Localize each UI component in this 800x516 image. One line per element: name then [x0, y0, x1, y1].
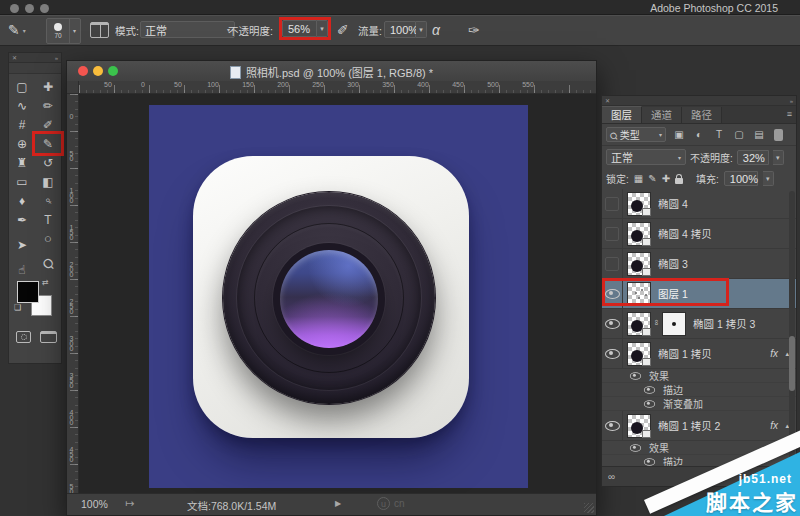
airbrush-opacity-button[interactable]: ✐: [337, 15, 349, 45]
filter-toggle-switch[interactable]: [774, 129, 783, 141]
ellipse-tool[interactable]: ○: [35, 229, 61, 248]
close-icon[interactable]: ✕: [12, 54, 17, 61]
pen-tool[interactable]: ✒: [9, 210, 35, 229]
tab-channels[interactable]: 通道: [642, 107, 682, 123]
zoom-level-field[interactable]: 100%: [81, 498, 108, 510]
layer-thumbnail[interactable]: [627, 252, 651, 276]
chevron-down-icon[interactable]: ▾: [317, 20, 328, 37]
layer-name[interactable]: 椭圆 1 拷贝 3: [693, 316, 755, 331]
layer-row[interactable]: 椭圆 3: [602, 249, 796, 279]
layer-row[interactable]: 椭圆 4 拷贝: [602, 219, 796, 249]
layer-name[interactable]: 图层 1: [658, 286, 688, 301]
layer-visibility-toggle[interactable]: [602, 219, 623, 248]
layer-effect-item[interactable]: 描边: [602, 383, 796, 397]
hand-tool[interactable]: ☝: [9, 260, 35, 279]
spot-healing-brush-tool[interactable]: ⊕: [9, 134, 35, 153]
export-icon[interactable]: ↦: [125, 497, 134, 510]
toggle-brush-panel-button[interactable]: [90, 22, 109, 38]
document-titlebar[interactable]: 照相机.psd @ 100% (图层 1, RGB/8) *: [67, 61, 596, 82]
app-minimize-button[interactable]: [25, 4, 34, 13]
gradient-tool[interactable]: ◧: [35, 172, 61, 191]
filter-shape-layers-icon[interactable]: ▢: [732, 129, 746, 140]
brush-preset-picker[interactable]: 70 ▾: [46, 18, 81, 44]
move-tool[interactable]: ✚: [35, 77, 61, 96]
layer-visibility-toggle[interactable]: [602, 411, 623, 440]
artboard-blue-background[interactable]: [149, 105, 528, 488]
airbrush-flow-button[interactable]: α: [432, 15, 440, 45]
layer-name[interactable]: 椭圆 1 拷贝 2: [658, 418, 720, 433]
chevron-down-icon[interactable]: ▾: [69, 19, 79, 43]
current-tool-button[interactable]: ✎ ▾: [8, 15, 26, 45]
app-maximize-button[interactable]: [40, 4, 49, 13]
layer-thumbnail[interactable]: [627, 414, 651, 438]
collapse-icon[interactable]: »: [55, 55, 58, 61]
layer-visibility-toggle[interactable]: [602, 339, 623, 368]
layer-visibility-toggle[interactable]: [602, 279, 623, 308]
layers-scrollbar[interactable]: [789, 191, 795, 466]
brush-pressure-button[interactable]: ✑: [468, 15, 480, 45]
link-layers-icon[interactable]: ∞: [608, 471, 615, 482]
lock-paint-icon[interactable]: ✎: [648, 173, 656, 184]
lock-move-icon[interactable]: ✚: [662, 173, 670, 184]
history-brush-tool[interactable]: ↺: [35, 153, 61, 172]
collapse-icon[interactable]: »: [790, 98, 793, 104]
zoom-tool[interactable]: Ϙ: [35, 254, 61, 273]
eye-icon[interactable]: [630, 372, 641, 380]
lock-transparency-icon[interactable]: ▦: [634, 173, 643, 184]
app-close-button[interactable]: [10, 4, 19, 13]
layer-effects-header[interactable]: 效果: [602, 441, 796, 455]
type-tool[interactable]: T: [35, 210, 61, 229]
layer-visibility-toggle[interactable]: [602, 249, 623, 278]
layer-name[interactable]: 椭圆 3: [658, 256, 688, 271]
layer-thumbnail[interactable]: [627, 192, 651, 216]
scrollbar-thumb[interactable]: [789, 336, 795, 391]
layer-thumbnail[interactable]: [627, 282, 651, 306]
layer-row[interactable]: 图层 1: [602, 279, 796, 309]
lasso-tool[interactable]: ∿: [9, 96, 35, 115]
layer-visibility-toggle[interactable]: [602, 189, 623, 218]
filter-smart-object-icon[interactable]: ▤: [752, 129, 766, 140]
layer-row[interactable]: 椭圆 4: [602, 189, 796, 219]
chevron-down-icon[interactable]: ▾: [773, 150, 784, 165]
status-menu-arrow-icon[interactable]: ▶: [335, 499, 341, 508]
swap-colors-icon[interactable]: ⇄: [42, 278, 49, 287]
layer-visibility-toggle[interactable]: [602, 309, 623, 338]
canvas-area[interactable]: [79, 94, 596, 494]
blend-mode-dropdown[interactable]: 正常 ▾: [140, 21, 235, 38]
layer-name[interactable]: 椭圆 4 拷贝: [658, 226, 712, 241]
eye-icon[interactable]: [644, 386, 655, 394]
dodge-tool[interactable]: ♀: [35, 191, 61, 210]
layer-row[interactable]: ∞椭圆 1 拷贝 3: [602, 309, 796, 339]
path-selection-tool[interactable]: ➤: [9, 235, 35, 254]
eye-icon[interactable]: [644, 458, 655, 466]
layer-thumbnail[interactable]: [627, 222, 651, 246]
layer-row[interactable]: 椭圆 1 拷贝fx▴: [602, 339, 796, 369]
quick-mask-button[interactable]: [16, 331, 31, 343]
layer-effect-item[interactable]: 渐变叠加: [602, 397, 796, 411]
fx-badge[interactable]: fx: [770, 420, 778, 431]
rectangular-marquee-tool[interactable]: ▢: [9, 77, 35, 96]
eye-icon[interactable]: [630, 444, 641, 452]
filter-adjustment-layers-icon[interactable]: ◐: [692, 129, 706, 140]
eye-icon[interactable]: [644, 400, 655, 408]
filter-type-layers-icon[interactable]: T: [712, 129, 726, 140]
eyedropper-tool[interactable]: ✐: [35, 115, 61, 134]
blur-tool[interactable]: ♦: [9, 191, 35, 210]
chevron-down-icon[interactable]: ▾: [416, 21, 427, 38]
quick-selection-tool[interactable]: ✏: [35, 96, 61, 115]
layer-blend-mode-dropdown[interactable]: 正常 ▾: [606, 149, 686, 165]
filter-pixel-layers-icon[interactable]: ▣: [672, 129, 686, 140]
flow-field[interactable]: 100%: [384, 21, 416, 38]
layer-thumbnail[interactable]: [627, 312, 651, 336]
eraser-tool[interactable]: ▭: [9, 172, 35, 191]
lock-all-icon[interactable]: [675, 178, 683, 184]
layer-thumbnail[interactable]: [627, 342, 651, 366]
layer-effects-header[interactable]: 效果: [602, 369, 796, 383]
fx-badge[interactable]: fx: [770, 348, 778, 359]
chevron-down-icon[interactable]: ▾: [763, 171, 774, 186]
layer-name[interactable]: 椭圆 4: [658, 196, 688, 211]
foreground-color-swatch[interactable]: [17, 281, 39, 303]
resize-grip[interactable]: [584, 503, 594, 513]
layer-fill-field[interactable]: 100%: [724, 171, 758, 186]
tab-paths[interactable]: 路径: [682, 107, 722, 123]
